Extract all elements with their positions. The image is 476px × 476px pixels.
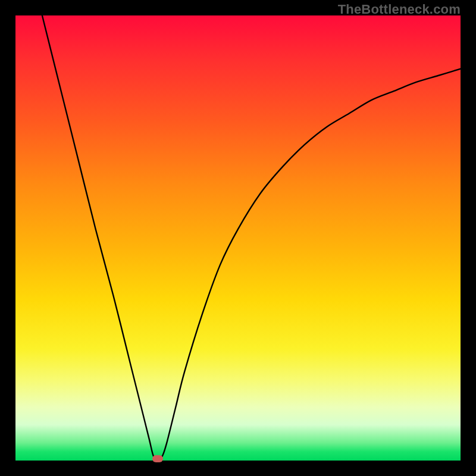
minimum-marker: [152, 455, 163, 462]
curve-path: [42, 15, 461, 461]
bottleneck-curve: [15, 15, 461, 461]
plot-area: [15, 15, 461, 461]
chart-frame: TheBottleneck.com: [0, 0, 476, 476]
